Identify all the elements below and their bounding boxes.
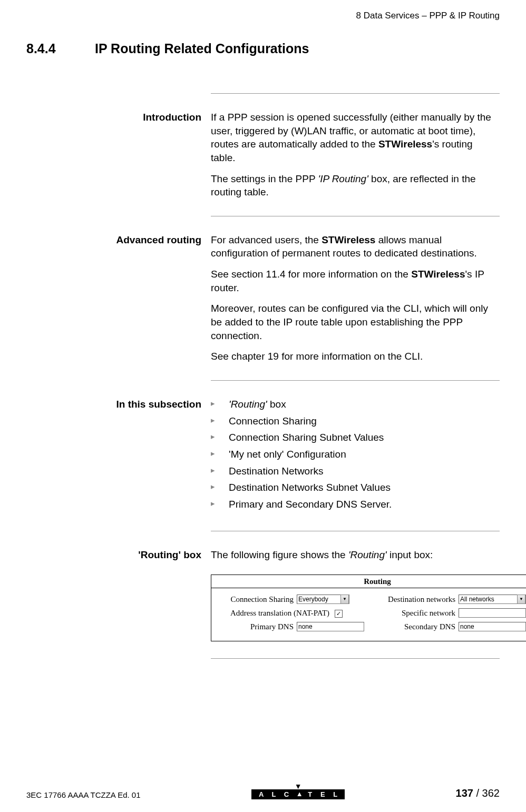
section-heading: 8.4.4IP Routing Related Configurations	[26, 41, 500, 56]
topics-list: 'Routing' box Connection Sharing Connect…	[211, 398, 500, 511]
label-introduction: Introduction	[116, 111, 211, 199]
label-routing-box: 'Routing' box	[116, 548, 211, 641]
specific-network-input[interactable]	[459, 608, 526, 618]
page-number: 137 / 362	[456, 787, 500, 799]
nat-checkbox[interactable]: ✓	[335, 610, 343, 618]
routing-box-title: Routing	[211, 575, 526, 588]
secondary-dns-input[interactable]: none	[459, 622, 526, 631]
specific-network-label: Specific network	[376, 608, 459, 618]
alcatel-logo: ▼ A L C ▲ T E L	[251, 784, 345, 799]
list-item: 'My net only' Configuration	[211, 448, 500, 461]
triangle-down-icon: ▼	[251, 784, 345, 789]
advanced-body: For advanced users, the STWireless allow…	[211, 233, 500, 363]
list-item: Connection Sharing	[211, 414, 500, 428]
document-id: 3EC 17766 AAAA TCZZA Ed. 01	[26, 790, 141, 799]
nat-label: Address translation (NAT-PAT)	[215, 608, 333, 618]
secondary-dns-label: Secondary DNS	[376, 621, 459, 632]
running-header: 8 Data Services – PPP & IP Routing	[26, 11, 500, 21]
section-number: 8.4.4	[26, 41, 95, 56]
list-item: Primary and Secondary DNS Server.	[211, 498, 500, 511]
list-item: Destination Networks	[211, 464, 500, 478]
list-item: Destination Networks Subnet Values	[211, 481, 500, 494]
chevron-down-icon: ▼	[340, 595, 349, 604]
divider	[211, 216, 500, 216]
connection-sharing-label: Connection Sharing	[215, 594, 297, 605]
list-item: 'Routing' box	[211, 398, 500, 411]
label-advanced-routing: Advanced routing	[116, 233, 211, 363]
divider	[211, 658, 500, 659]
section-title: IP Routing Related Configurations	[95, 41, 309, 56]
list-item: Connection Sharing Subnet Values	[211, 431, 500, 444]
introduction-body: If a PPP session is opened successfully …	[211, 111, 500, 199]
destination-networks-select[interactable]: All networks ▼	[459, 595, 526, 604]
chevron-down-icon: ▼	[517, 595, 525, 604]
divider	[211, 380, 500, 381]
routing-box: Routing Connection Sharing Everybody ▼	[211, 575, 526, 641]
connection-sharing-select[interactable]: Everybody ▼	[297, 595, 349, 604]
destination-networks-label: Destination networks	[376, 594, 459, 605]
label-in-this-subsection: In this subsection	[116, 398, 211, 514]
divider	[211, 531, 500, 531]
routing-box-intro: The following figure shows the 'Routing'…	[211, 548, 526, 562]
primary-dns-label: Primary DNS	[215, 621, 297, 632]
divider	[211, 93, 500, 94]
primary-dns-input[interactable]: none	[297, 622, 364, 631]
